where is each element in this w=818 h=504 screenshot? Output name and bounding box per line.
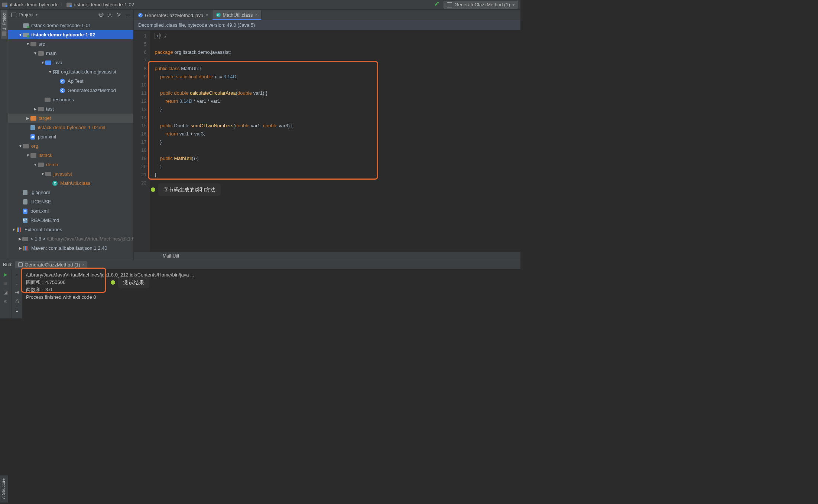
run-gutter-col-right: ↑ ↓ ⇥ ⎙ ⤓: [11, 269, 22, 318]
maven-file-icon: m: [23, 209, 27, 214]
tree-item[interactable]: ▶test: [8, 104, 133, 114]
tree-item[interactable]: itstack-demo-bytecode-1-01: [8, 21, 133, 30]
wrap-button[interactable]: ⇥: [14, 289, 20, 295]
tree-item[interactable]: ▼External Libraries: [8, 225, 133, 234]
decompile-notice: Decompiled .class file, bytecode version…: [134, 20, 520, 30]
expand-arrow[interactable]: ▶: [26, 116, 30, 120]
navigation-bar: itstack-demo-bytecode 〉 itstack-demo-byt…: [0, 0, 520, 10]
project-tool-tab[interactable]: 1: Project: [1, 10, 7, 39]
resources-folder-icon: [45, 98, 51, 102]
build-icon[interactable]: [434, 1, 440, 8]
tree-item[interactable]: itstack-demo-bytecode-1-02.iml: [8, 123, 133, 132]
tree-label: resources: [53, 97, 74, 102]
tree-item[interactable]: ▼org.itstack.demo.javassist: [8, 67, 133, 76]
tree-item[interactable]: CGenerateClazzMethod: [8, 86, 133, 95]
expand-arrow[interactable]: ▶: [19, 237, 22, 241]
annotation-label: 字节码生成的类和方法: [158, 183, 221, 196]
expand-arrow[interactable]: ▼: [41, 60, 45, 65]
expand-arrow[interactable]: ▼: [41, 172, 45, 176]
expand-arrow[interactable]: ▼: [26, 42, 30, 46]
close-tab-icon[interactable]: ×: [206, 13, 208, 18]
tree-item[interactable]: .gitignore: [8, 188, 133, 197]
gear-icon[interactable]: [116, 12, 121, 17]
stop-button[interactable]: ■: [3, 280, 9, 286]
libraries-icon: [17, 228, 22, 232]
close-tab-icon[interactable]: ×: [82, 262, 84, 267]
expand-icon[interactable]: [107, 12, 113, 17]
class-icon: C: [60, 79, 65, 84]
tree-item[interactable]: ▼itstack: [8, 151, 133, 160]
collapse-icon[interactable]: —: [125, 12, 130, 17]
run-tab-label: GenerateClazzMethod (1): [25, 262, 80, 268]
close-tab-icon[interactable]: ×: [255, 12, 257, 17]
tree-item[interactable]: ▶Maven: com.alibaba:fastjson:1.2.40: [8, 243, 133, 253]
expand-arrow[interactable]: ▼: [26, 153, 30, 157]
run-tab[interactable]: GenerateClazzMethod (1) ×: [15, 261, 87, 268]
expand-arrow[interactable]: ▶: [33, 107, 37, 111]
expand-arrow[interactable]: ▼: [33, 163, 37, 167]
rerun-button[interactable]: ▶: [3, 271, 9, 277]
tree-item[interactable]: ▼demo: [8, 160, 133, 169]
tree-item[interactable]: ▼java: [8, 58, 133, 67]
expand-arrow[interactable]: ▼: [19, 33, 22, 37]
editor-body[interactable]: 1 5 6 7 8 9 10 11 12 13 14 15 16 17 18 1…: [134, 30, 520, 252]
line-number: 1: [141, 32, 146, 40]
console-output[interactable]: /Library/Java/JavaVirtualMachines/jdk1.8…: [22, 269, 520, 318]
tree-item[interactable]: ▼src: [8, 39, 133, 49]
print-button[interactable]: ⎙: [14, 298, 20, 304]
run-config-selector[interactable]: GenerateClazzMethod (1) ▾: [444, 1, 518, 9]
folder-icon: [30, 153, 36, 158]
expand-arrow[interactable]: ▶: [19, 246, 22, 250]
expand-arrow[interactable]: ▼: [33, 51, 37, 55]
exit-button[interactable]: ⎋: [3, 298, 9, 304]
tree-label: demo: [46, 162, 58, 167]
project-panel: Project ▾ — itstack-demo-bytecode-1-01 ▼…: [8, 10, 134, 260]
locate-icon[interactable]: [98, 12, 104, 17]
editor-breadcrumb-item[interactable]: MathUtil: [163, 253, 179, 259]
editor-breadcrumb-bar: MathUtil: [134, 252, 520, 260]
tree-item[interactable]: ▼org: [8, 141, 133, 151]
tree-item[interactable]: mpom.xml: [8, 132, 133, 141]
console-line: /Library/Java/JavaVirtualMachines/jdk1.8…: [26, 271, 517, 279]
down-button[interactable]: ↓: [14, 280, 20, 286]
tree-item[interactable]: MDREADME.md: [8, 216, 133, 225]
editor-tab[interactable]: C GenerateClazzMethod.java ×: [134, 10, 212, 20]
tree-item[interactable]: CMathUtil.class: [8, 179, 133, 188]
breadcrumb-item[interactable]: itstack-demo-bytecode: [10, 2, 59, 7]
file-icon: [23, 190, 27, 195]
folder-icon: [38, 107, 44, 111]
code-area[interactable]: +/.../ package org.itstack.demo.javassis…: [150, 30, 520, 252]
expand-arrow[interactable]: ▼: [19, 144, 22, 148]
tree-item[interactable]: ▼javassist: [8, 169, 133, 179]
annotation-label: 测试结果: [118, 276, 149, 288]
project-tab-label: 1: Project: [2, 13, 6, 30]
class-icon: C: [60, 88, 65, 93]
project-panel-title[interactable]: Project: [19, 12, 33, 17]
iml-file-icon: [30, 125, 35, 130]
line-number: 16: [141, 130, 146, 138]
tree-item[interactable]: mpom.xml: [8, 206, 133, 216]
tree-label-path: /Library/Java/JavaVirtualMachines/jdk1.8…: [47, 236, 133, 242]
breadcrumb-item[interactable]: itstack-demo-bytecode-1-02: [74, 2, 134, 7]
tree-item[interactable]: ▶target: [8, 114, 133, 123]
chevron-down-icon[interactable]: ▾: [36, 13, 38, 17]
project-tree[interactable]: itstack-demo-bytecode-1-01 ▼itstack-demo…: [8, 20, 133, 260]
navbar-right: GenerateClazzMethod (1) ▾: [434, 1, 518, 9]
expand-arrow[interactable]: ▼: [48, 70, 52, 74]
tree-item[interactable]: CApiTest: [8, 76, 133, 86]
scroll-button[interactable]: ⤓: [14, 307, 20, 313]
tree-item[interactable]: LICENSE: [8, 197, 133, 206]
code-line: }: [155, 163, 516, 171]
line-number: 20: [141, 163, 146, 171]
tree-item[interactable]: ▼main: [8, 49, 133, 58]
tree-item[interactable]: ▶< 1.8 > /Library/Java/JavaVirtualMachin…: [8, 234, 133, 243]
up-button[interactable]: ↑: [14, 271, 20, 277]
expand-arrow[interactable]: ▼: [12, 228, 16, 232]
tab-label: MathUtil.class: [223, 12, 253, 18]
editor-tab-active[interactable]: C MathUtil.class ×: [212, 10, 262, 20]
run-body: ▶ ■ ◪ ⎋ ↑ ↓ ⇥ ⎙ ⤓ /Library/Java/JavaVirt…: [0, 269, 520, 318]
dump-button[interactable]: ◪: [3, 289, 9, 295]
tree-item[interactable]: resources: [8, 95, 133, 104]
line-number: 5: [141, 40, 146, 48]
tree-item-selected[interactable]: ▼itstack-demo-bytecode-1-02: [8, 30, 133, 39]
